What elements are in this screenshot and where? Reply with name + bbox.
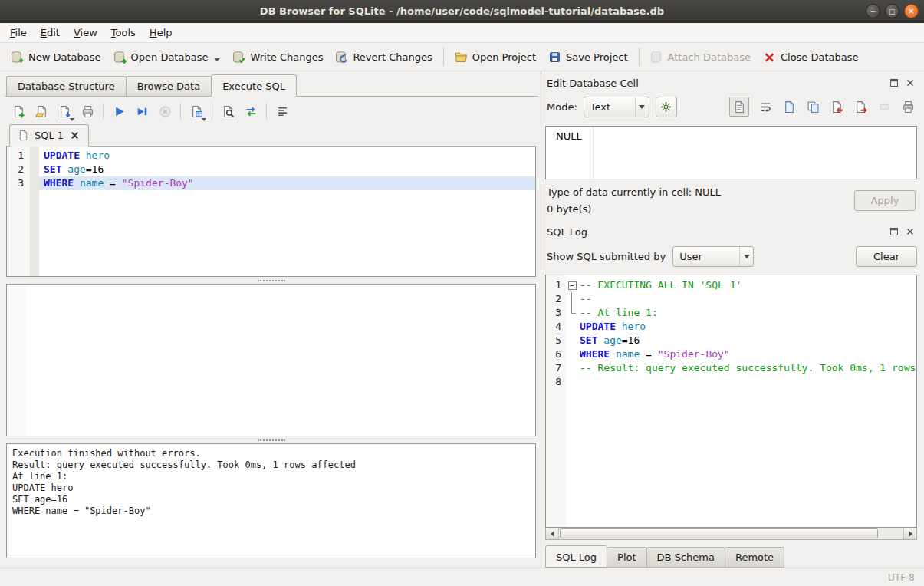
cell-type-info: Type of data currently in cell: NULL bbox=[547, 186, 721, 198]
revert-changes-button[interactable]: Revert Changes bbox=[329, 47, 438, 67]
menu-view[interactable]: View bbox=[67, 24, 104, 41]
menu-help[interactable]: Help bbox=[143, 24, 179, 41]
execute-current-line-button[interactable] bbox=[131, 101, 153, 122]
toolbar-button-label: Open Database bbox=[131, 51, 209, 63]
line-number: 1 bbox=[7, 149, 30, 163]
print-cell-button[interactable] bbox=[900, 98, 916, 115]
menu-file[interactable]: File bbox=[3, 24, 34, 41]
log-filter-select[interactable]: User bbox=[672, 246, 754, 267]
close-icon[interactable] bbox=[905, 77, 916, 88]
stop-execution-icon bbox=[159, 105, 172, 118]
mode-label: Mode: bbox=[547, 101, 577, 113]
minimize-button[interactable]: − bbox=[866, 4, 880, 18]
splitter-results-messages[interactable] bbox=[6, 436, 536, 443]
print-sql-button[interactable] bbox=[77, 101, 98, 122]
execute-all-button[interactable] bbox=[108, 101, 130, 122]
scrollbar-thumb[interactable] bbox=[560, 528, 878, 538]
maximize-button[interactable]: ◻ bbox=[885, 4, 899, 18]
toolbar-button-label: Close Database bbox=[781, 51, 859, 63]
cell-value: NULL bbox=[556, 130, 582, 142]
toolbar-separator bbox=[639, 48, 640, 66]
save-project-button[interactable]: Save Project bbox=[542, 47, 634, 67]
code-line-1: 1UPDATE hero bbox=[7, 149, 535, 163]
dock-tab-plot[interactable]: Plot bbox=[607, 547, 647, 568]
line-number: 4 bbox=[546, 320, 566, 334]
close-tab-icon[interactable] bbox=[68, 129, 81, 142]
text-view-button[interactable] bbox=[729, 97, 749, 117]
fold-margin bbox=[30, 176, 39, 190]
auto-format-icon bbox=[276, 105, 289, 118]
cell-toolbar bbox=[729, 97, 917, 117]
scroll-right-arrow[interactable] bbox=[903, 528, 916, 539]
statusbar: UTF-8 bbox=[0, 568, 924, 586]
attach-database-icon bbox=[650, 51, 663, 64]
code-text: -- Result: query executed successfully. … bbox=[578, 361, 916, 375]
edit-cell-header: Edit Database Cell bbox=[545, 74, 917, 92]
print-sql-icon bbox=[81, 105, 94, 118]
copy-cell-data-button[interactable] bbox=[805, 98, 820, 115]
word-wrap-button[interactable] bbox=[758, 98, 773, 115]
auto-mode-gear-button[interactable] bbox=[656, 97, 677, 117]
fold-marker-icon bbox=[566, 292, 578, 306]
toolbar-button-label: Open Project bbox=[472, 51, 536, 63]
import-cell-data-button[interactable] bbox=[829, 98, 844, 115]
clear-button[interactable]: Clear bbox=[856, 246, 917, 267]
cell-editor[interactable]: NULL bbox=[545, 126, 917, 179]
open-sql-tab-button[interactable] bbox=[8, 101, 29, 122]
main-toolbar: New DatabaseOpen DatabaseWrite ChangesRe… bbox=[0, 43, 924, 71]
message-line: Execution finished without errors. bbox=[12, 448, 530, 459]
sql-tab[interactable]: SQL 1 bbox=[9, 124, 89, 146]
toolbar-separator bbox=[103, 104, 104, 119]
dock-tab-sql-log[interactable]: SQL Log bbox=[545, 545, 607, 568]
save-project-icon bbox=[548, 51, 561, 64]
log-hscrollbar[interactable] bbox=[545, 528, 917, 540]
code-line-5: 5SET age=16 bbox=[546, 334, 916, 347]
mode-select[interactable]: Text bbox=[584, 97, 649, 117]
toolbar-button-label: Revert Changes bbox=[353, 51, 432, 63]
scroll-left-arrow[interactable] bbox=[546, 528, 559, 539]
write-changes-button[interactable]: Write Changes bbox=[226, 47, 329, 67]
tab-browse-data[interactable]: Browse Data bbox=[126, 76, 212, 96]
tab-database-structure[interactable]: Database Structure bbox=[6, 76, 127, 96]
export-cell-data-button[interactable] bbox=[853, 98, 868, 115]
menu-edit[interactable]: Edit bbox=[34, 24, 67, 41]
float-icon[interactable] bbox=[889, 77, 899, 88]
line-number: 3 bbox=[546, 306, 566, 320]
code-line-6: 6WHERE name = "Spider-Boy" bbox=[546, 347, 916, 361]
auto-format-button[interactable] bbox=[271, 101, 293, 122]
tab-execute-sql[interactable]: Execute SQL bbox=[211, 74, 297, 97]
float-icon[interactable] bbox=[889, 226, 899, 237]
new-database-button[interactable]: New Database bbox=[5, 47, 107, 67]
line-number: 1 bbox=[546, 278, 566, 292]
set-null-button bbox=[876, 98, 892, 115]
open-sql-file-button[interactable] bbox=[31, 101, 52, 122]
sql-toolbar bbox=[6, 98, 536, 124]
sql-editor[interactable]: 1UPDATE hero2SET age=163WHERE name = "Sp… bbox=[6, 146, 536, 277]
open-project-icon bbox=[455, 51, 468, 64]
find-replace-button[interactable] bbox=[240, 101, 261, 122]
close-icon[interactable] bbox=[905, 226, 916, 237]
open-project-button[interactable]: Open Project bbox=[449, 47, 542, 67]
find-in-sql-button[interactable] bbox=[217, 101, 238, 122]
fold-marker-icon[interactable] bbox=[566, 278, 578, 292]
export-results-button[interactable] bbox=[186, 101, 207, 122]
splitter-editor-results[interactable] bbox=[6, 277, 536, 284]
open-database-button[interactable]: Open Database bbox=[107, 47, 227, 67]
close-database-button[interactable]: Close Database bbox=[757, 47, 865, 67]
save-sql-file-button[interactable] bbox=[54, 101, 75, 122]
set-null-icon bbox=[878, 100, 891, 114]
apply-button: Apply bbox=[854, 190, 916, 211]
open-cell-data-button[interactable] bbox=[781, 98, 797, 115]
dock-tab-db-schema[interactable]: DB Schema bbox=[646, 547, 725, 568]
dock-tab-remote[interactable]: Remote bbox=[725, 547, 784, 568]
line-number: 6 bbox=[546, 347, 566, 361]
fold-margin bbox=[566, 375, 578, 389]
toolbar-button-label: Save Project bbox=[566, 51, 628, 63]
close-button[interactable]: × bbox=[904, 4, 919, 18]
code-text: WHERE name = "Spider-Boy" bbox=[578, 347, 916, 361]
menu-tools[interactable]: Tools bbox=[104, 24, 143, 41]
edit-cell-title: Edit Database Cell bbox=[547, 77, 889, 89]
scrollbar-track[interactable] bbox=[879, 528, 903, 539]
main-tabs: Database StructureBrowse DataExecute SQL bbox=[5, 75, 538, 97]
titlebar[interactable]: DB Browser for SQLite - /home/user/code/… bbox=[0, 0, 924, 23]
